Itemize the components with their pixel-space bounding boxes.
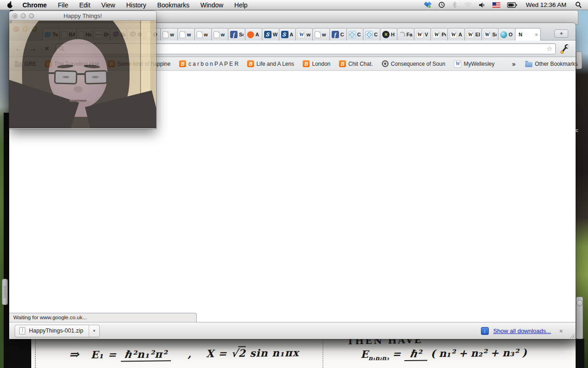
bookmark-label: Chit Chat. bbox=[348, 61, 373, 67]
tab[interactable]: A × bbox=[279, 28, 297, 40]
tab[interactable]: Fa × bbox=[397, 28, 415, 40]
background-window-left-edge bbox=[4, 113, 9, 368]
bookmark-item[interactable]: Consequence of Soun bbox=[382, 60, 446, 67]
bookmark-label: Life and A Lens bbox=[256, 61, 294, 67]
menu-item[interactable]: Bookmarks bbox=[157, 1, 189, 9]
cube-icon bbox=[349, 31, 356, 38]
new-tab-button[interactable]: + bbox=[554, 29, 568, 38]
tab-label: w bbox=[170, 32, 174, 37]
wellesley-icon bbox=[298, 31, 305, 38]
overlay-titlebar[interactable]: Happy Things! bbox=[9, 11, 156, 21]
notes-ruled-line bbox=[322, 339, 323, 368]
tab[interactable]: V × bbox=[414, 28, 432, 40]
tab[interactable]: So × bbox=[228, 28, 246, 40]
download-item[interactable]: HappyThings-001.zip ▾ bbox=[15, 325, 100, 337]
tab[interactable]: A × bbox=[245, 28, 263, 40]
wifi-icon[interactable] bbox=[464, 2, 472, 8]
downloads-close-icon[interactable]: × bbox=[559, 328, 563, 334]
battery-icon[interactable] bbox=[507, 2, 517, 8]
tab-label: O bbox=[509, 32, 513, 37]
tab[interactable]: Pe × bbox=[430, 28, 448, 40]
tab-label: w bbox=[306, 32, 311, 37]
tab[interactable]: w × bbox=[211, 28, 229, 40]
bookmark-item[interactable]: Life and A Lens bbox=[247, 60, 294, 67]
tab[interactable]: w × bbox=[295, 28, 313, 40]
tab[interactable]: W × bbox=[262, 28, 280, 40]
tab-close-icon[interactable]: × bbox=[535, 32, 538, 37]
active-app-menu[interactable]: Chrome bbox=[23, 1, 47, 9]
tab[interactable]: C × bbox=[329, 28, 347, 40]
blogger-icon bbox=[339, 60, 346, 67]
tab-label: Fa bbox=[407, 32, 413, 37]
volume-icon[interactable] bbox=[479, 2, 486, 8]
other-bookmarks-folder[interactable]: Other Bookmarks bbox=[525, 61, 577, 67]
happy-things-window[interactable]: Happy Things! bbox=[9, 11, 156, 129]
facebook-icon bbox=[230, 31, 237, 38]
wrench-menu-button[interactable] bbox=[559, 43, 572, 54]
tab-label: N bbox=[519, 32, 522, 37]
tab[interactable]: w × bbox=[160, 28, 178, 40]
apple-menu[interactable] bbox=[6, 1, 13, 9]
webcam-glasses-lens bbox=[85, 70, 108, 84]
tab-label: w bbox=[204, 32, 208, 37]
tab-label: El bbox=[475, 32, 480, 37]
background-scrollbar[interactable] bbox=[576, 297, 583, 339]
time-machine-icon[interactable] bbox=[438, 1, 445, 8]
webcam-preview bbox=[9, 21, 156, 128]
webcam-glasses-temple bbox=[49, 72, 55, 74]
webcam-glasses-temple bbox=[107, 72, 113, 74]
physics-notes-window: ⇒ E₁ = ℏ²n₁²π² , X = √2 sin n₁πx THEN HA… bbox=[9, 339, 584, 368]
menu-item[interactable]: View bbox=[102, 1, 115, 9]
tab[interactable]: C × bbox=[363, 28, 381, 40]
bookmark-label: London bbox=[312, 61, 330, 67]
tab[interactable]: C × bbox=[346, 28, 364, 40]
tab-label: A bbox=[458, 32, 462, 37]
blogger-icon bbox=[247, 60, 254, 67]
downloads-shelf: HappyThings-001.zip ▾ ↓ Show all downloa… bbox=[9, 322, 576, 339]
equation-particle-in-box: ⇒ E₁ = ℏ²n₁²π² , X = √2 sin n₁πx bbox=[69, 345, 299, 362]
bookmark-item[interactable]: Chit Chat. bbox=[339, 60, 373, 67]
bookmarks-overflow-chevron[interactable]: » bbox=[512, 60, 516, 68]
tab[interactable]: El × bbox=[464, 28, 482, 40]
other-bookmarks-label: Other Bookmarks bbox=[535, 61, 577, 67]
eq-wavefunction: X = bbox=[206, 347, 227, 359]
tab-label: w bbox=[221, 32, 225, 37]
tab[interactable]: Sc × bbox=[481, 28, 499, 40]
bookmark-star-icon[interactable]: ☆ bbox=[547, 45, 553, 53]
tab[interactable]: w × bbox=[177, 28, 195, 40]
bookmark-item[interactable]: MyWellesley bbox=[454, 60, 494, 68]
menu-item[interactable]: Help bbox=[234, 1, 248, 9]
bookmark-item[interactable]: London bbox=[303, 60, 330, 67]
overlay-window-title: Happy Things! bbox=[9, 12, 156, 19]
tab[interactable]: w × bbox=[312, 28, 330, 40]
menu-item[interactable]: History bbox=[126, 1, 147, 9]
download-arrow-icon: ↓ bbox=[481, 327, 489, 335]
download-dropdown-icon[interactable]: ▾ bbox=[89, 328, 99, 333]
tab[interactable]: A × bbox=[447, 28, 465, 40]
tab-label: V bbox=[425, 32, 428, 37]
tab-label: So bbox=[239, 32, 243, 37]
tab[interactable]: w × bbox=[194, 28, 212, 40]
menu-item[interactable]: Edit bbox=[79, 1, 90, 9]
page-icon bbox=[214, 31, 220, 38]
background-scrollbar-grip[interactable] bbox=[2, 279, 8, 305]
webcam-glasses-bridge bbox=[76, 73, 85, 75]
tab[interactable]: O × bbox=[498, 28, 516, 40]
scrollbar-thumb[interactable] bbox=[577, 300, 582, 306]
page-icon bbox=[180, 31, 186, 38]
mac-menu-bar: Chrome File Edit View History Bookmarks … bbox=[0, 0, 588, 10]
spotlight-icon[interactable] bbox=[575, 1, 582, 8]
tab[interactable]: N × bbox=[515, 28, 541, 40]
bookmark-item[interactable]: c a r b o n P A P E R bbox=[179, 60, 238, 67]
target-icon bbox=[382, 60, 389, 67]
menu-item[interactable]: Window bbox=[200, 1, 223, 9]
dropbox-icon[interactable] bbox=[424, 1, 431, 8]
bluetooth-icon[interactable] bbox=[452, 1, 457, 8]
notes-dark-margin-right bbox=[576, 339, 584, 368]
us-flag-icon[interactable] bbox=[492, 2, 500, 8]
tab[interactable]: H × bbox=[380, 28, 398, 40]
show-all-downloads-link[interactable]: Show all downloads... bbox=[493, 328, 551, 334]
menu-bar-clock[interactable]: Wed 12:36 AM bbox=[526, 1, 566, 8]
webcam-mouth bbox=[69, 100, 87, 102]
menu-item[interactable]: File bbox=[58, 1, 68, 9]
